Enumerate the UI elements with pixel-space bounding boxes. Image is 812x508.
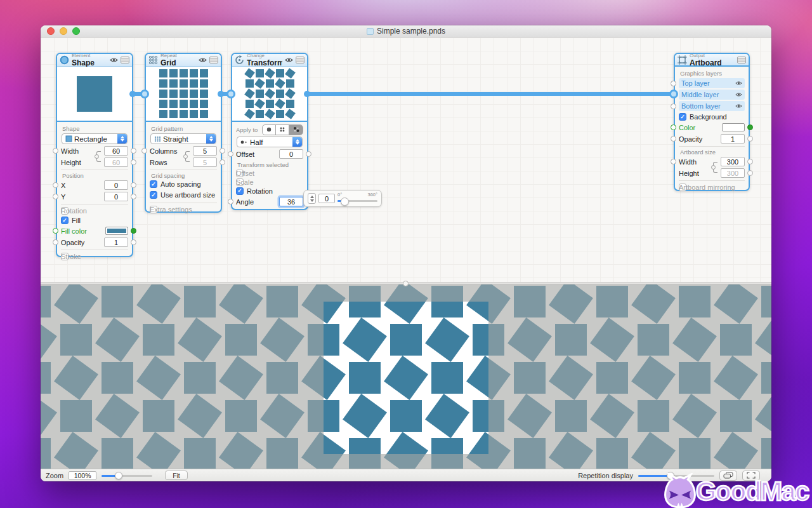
eye-icon[interactable]: [735, 92, 742, 97]
artboard-width-field[interactable]: 300: [721, 157, 745, 166]
input-port-color[interactable]: [671, 124, 676, 130]
offset-field[interactable]: 0: [279, 149, 303, 159]
scope-dropdown[interactable]: Half: [237, 137, 303, 147]
height-field[interactable]: 60: [104, 157, 128, 167]
layer-row-top[interactable]: Top layer: [679, 78, 745, 88]
fill-checkbox-row[interactable]: Fill: [61, 216, 128, 225]
input-port[interactable]: [671, 159, 676, 164]
shape-type-dropdown[interactable]: Rectangle: [62, 133, 128, 144]
fill-color-swatch[interactable]: [105, 227, 128, 235]
use-artboard-checkbox[interactable]: [150, 191, 157, 199]
input-port[interactable]: [53, 239, 58, 245]
eye-icon[interactable]: [735, 104, 742, 109]
node-menu-icon[interactable]: [209, 57, 218, 64]
output-port[interactable]: [747, 159, 753, 164]
angle-stepper[interactable]: [308, 193, 316, 204]
node-menu-icon[interactable]: [121, 57, 129, 64]
stroke-checkbox-row[interactable]: Stroke: [61, 252, 128, 261]
apply-to-segmented-control[interactable]: [262, 124, 303, 135]
shape-node[interactable]: Element Shape Shape Rectangle: [56, 53, 133, 257]
artboard-node-header[interactable]: Output Artboard: [675, 54, 749, 67]
output-port[interactable]: [219, 148, 225, 154]
opacity-field[interactable]: 1: [104, 237, 128, 247]
minimize-button[interactable]: [60, 27, 67, 35]
output-port[interactable]: [306, 151, 311, 157]
shape-node-header[interactable]: Element Shape: [57, 54, 132, 67]
layer-row-bottom[interactable]: Bottom layer: [679, 101, 745, 111]
output-port[interactable]: [747, 136, 753, 142]
transform-node-header[interactable]: Change Transform: [232, 54, 307, 67]
zoom-value-field[interactable]: 100%: [69, 471, 96, 480]
input-port[interactable]: [53, 148, 58, 154]
transform-scale-row[interactable]: Scale: [236, 178, 303, 186]
rows-field[interactable]: 5: [193, 157, 217, 167]
y-field[interactable]: 0: [104, 192, 128, 201]
artboard-height-field[interactable]: 300: [721, 168, 745, 178]
layer-input-port[interactable]: [671, 81, 676, 86]
background-row[interactable]: Background: [679, 112, 745, 121]
splitter-knob-icon[interactable]: [403, 281, 409, 286]
angle-slider[interactable]: 0° 360°: [337, 190, 377, 206]
width-field[interactable]: 60: [104, 146, 128, 156]
mirroring-row[interactable]: Artboard mirroring: [679, 183, 745, 192]
transform-rotation-checkbox[interactable]: [236, 187, 244, 195]
output-port[interactable]: [131, 239, 136, 245]
close-button[interactable]: [47, 27, 55, 35]
splitter-handle[interactable]: [41, 282, 771, 284]
grid-node-header[interactable]: Repeat Grid: [146, 54, 221, 67]
eye-icon[interactable]: [110, 57, 118, 63]
output-port[interactable]: [131, 148, 136, 154]
output-port-color[interactable]: [747, 124, 753, 130]
output-port[interactable]: [131, 159, 136, 165]
eye-icon[interactable]: [199, 57, 207, 63]
artboard-opacity-field[interactable]: 1: [721, 134, 745, 144]
zoom-slider-thumb[interactable]: [115, 472, 122, 479]
input-port[interactable]: [228, 199, 233, 204]
eye-icon[interactable]: [285, 57, 293, 63]
use-artboard-row[interactable]: Use artboard size: [150, 189, 217, 201]
auto-spacing-row[interactable]: Auto spacing: [150, 180, 217, 189]
fill-checkbox[interactable]: [61, 217, 69, 224]
extra-settings-row[interactable]: Extra settings: [150, 205, 217, 214]
angle-slider-thumb[interactable]: [341, 197, 349, 206]
input-port-color[interactable]: [53, 228, 58, 234]
node-menu-icon[interactable]: [737, 57, 746, 64]
layer-input-port[interactable]: [671, 104, 676, 109]
transform-rotation-row[interactable]: Rotation: [236, 187, 303, 195]
layer-row-middle[interactable]: Middle layer: [679, 90, 745, 100]
titlebar[interactable]: Simple sample.pnds: [41, 25, 771, 37]
zoom-button[interactable]: [72, 27, 80, 35]
input-port[interactable]: [671, 136, 676, 142]
transform-node[interactable]: Change Transform Apply to: [231, 53, 308, 210]
auto-spacing-checkbox[interactable]: [150, 180, 157, 188]
grid-pattern-dropdown[interactable]: Straight: [150, 133, 216, 144]
input-port[interactable]: [141, 148, 147, 154]
output-port[interactable]: [219, 159, 225, 165]
apply-partial-icon[interactable]: [289, 125, 303, 135]
node-menu-icon[interactable]: [296, 57, 304, 64]
input-port[interactable]: [53, 194, 58, 199]
output-port[interactable]: [131, 182, 136, 188]
artboard-node[interactable]: Output Artboard Graphics layers Top laye…: [674, 53, 750, 191]
artboard-color-swatch[interactable]: [722, 123, 745, 131]
x-field[interactable]: 0: [104, 180, 128, 190]
angle-field[interactable]: 36: [279, 197, 303, 206]
grid-node[interactable]: Repeat Grid Grid pattern Straight: [145, 53, 222, 213]
eye-icon[interactable]: [735, 81, 742, 86]
zoom-slider[interactable]: [102, 471, 152, 480]
background-checkbox[interactable]: [679, 113, 686, 121]
angle-popup-field[interactable]: 0: [318, 194, 335, 203]
output-port[interactable]: [747, 170, 753, 176]
output-port-color[interactable]: [131, 228, 136, 234]
transform-offset-row[interactable]: Offset: [236, 169, 303, 177]
input-port[interactable]: [53, 182, 58, 188]
fit-button[interactable]: Fit: [165, 471, 188, 480]
apply-all-icon[interactable]: [263, 125, 276, 135]
connector-transform-artboard[interactable]: [305, 92, 676, 96]
input-port[interactable]: [228, 151, 233, 157]
node-canvas[interactable]: Element Shape Shape Rectangle: [41, 37, 771, 283]
rotation-checkbox-row[interactable]: Rotation: [61, 206, 128, 215]
columns-field[interactable]: 5: [193, 146, 217, 156]
pattern-preview[interactable]: [41, 283, 771, 469]
output-port[interactable]: [131, 194, 136, 199]
